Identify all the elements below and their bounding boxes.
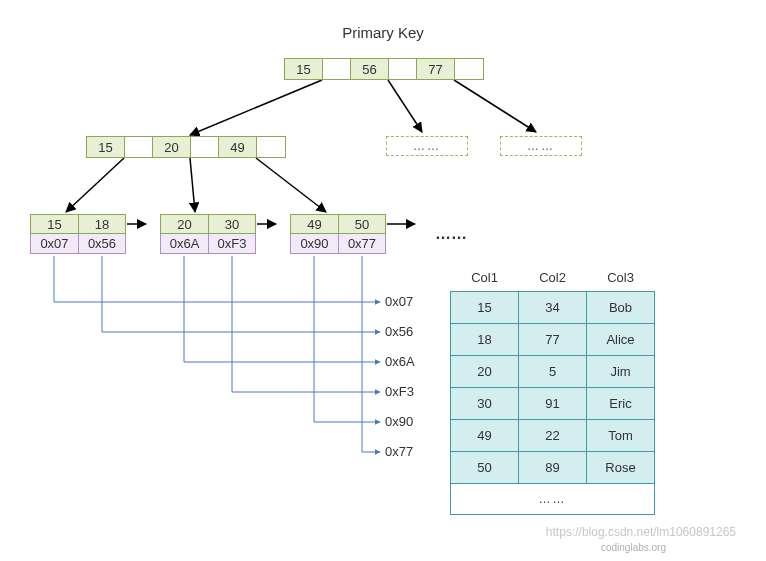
table-footer-ellipsis: …… [451,484,655,515]
cell: Alice [587,324,655,356]
root-blank [389,59,417,79]
leaf-pointer: 0x07 [30,234,78,254]
table-row: 20 5 Jim [451,356,655,388]
root-key-1: 56 [351,59,389,79]
svg-line-3 [66,158,124,212]
leaf-pointer: 0x90 [290,234,338,254]
leaf-key: 49 [290,214,338,234]
address-label: 0x77 [385,444,413,459]
col-header: Col3 [587,264,655,292]
leaf-key: 50 [338,214,386,234]
address-label: 0x56 [385,324,413,339]
cell: 49 [451,420,519,452]
cell: 30 [451,388,519,420]
root-node: 15 56 77 [284,58,484,80]
svg-line-4 [190,158,195,212]
cell: Jim [587,356,655,388]
cell: 34 [519,292,587,324]
root-blank [323,59,351,79]
internal-blank [125,137,153,157]
cell: 91 [519,388,587,420]
svg-line-0 [190,80,322,135]
cell: 22 [519,420,587,452]
cell: Eric [587,388,655,420]
address-label: 0xF3 [385,384,414,399]
root-key-2: 77 [417,59,455,79]
leaf-pointer: 0xF3 [208,234,256,254]
col-header: Col1 [451,264,519,292]
leaf-pointer: 0x77 [338,234,386,254]
leaf-node-0: 15 18 0x07 0x56 [30,214,126,254]
leaf-pointer: 0x56 [78,234,126,254]
address-label: 0x90 [385,414,413,429]
cell: 89 [519,452,587,484]
cell: 77 [519,324,587,356]
internal-key: 15 [87,137,125,157]
leaf-key: 20 [160,214,208,234]
table-row: 15 34 Bob [451,292,655,324]
cell: 50 [451,452,519,484]
table-row: 18 77 Alice [451,324,655,356]
cell: 18 [451,324,519,356]
internal-node-placeholder: …… [500,136,582,156]
data-table: Col1 Col2 Col3 15 34 Bob 18 77 Alice 20 … [450,264,655,515]
svg-line-5 [256,158,326,212]
address-label: 0x07 [385,294,413,309]
watermark-small: codinglabs.org [601,542,666,553]
leaf-pointer: 0x6A [160,234,208,254]
internal-blank [191,137,219,157]
internal-node-placeholder: …… [386,136,468,156]
svg-line-1 [388,80,422,132]
leaf-key: 15 [30,214,78,234]
internal-node-0: 15 20 49 [86,136,286,158]
cell: 20 [451,356,519,388]
table-row: 49 22 Tom [451,420,655,452]
table-row: 30 91 Eric [451,388,655,420]
cell: 5 [519,356,587,388]
col-header: Col2 [519,264,587,292]
cell: Rose [587,452,655,484]
cell: Tom [587,420,655,452]
address-label: 0x6A [385,354,415,369]
footer-cell: …… [451,484,655,515]
internal-blank [257,137,285,157]
leaf-ellipsis: …… [435,225,467,243]
leaf-node-2: 49 50 0x90 0x77 [290,214,386,254]
watermark: https://blog.csdn.net/lm1060891265 [546,525,736,539]
root-blank [455,59,483,79]
leaf-key: 18 [78,214,126,234]
diagram-title: Primary Key [0,24,766,41]
internal-key: 49 [219,137,257,157]
cell: 15 [451,292,519,324]
leaf-key: 30 [208,214,256,234]
table-row: 50 89 Rose [451,452,655,484]
table-header-row: Col1 Col2 Col3 [451,264,655,292]
root-key-0: 15 [285,59,323,79]
internal-key: 20 [153,137,191,157]
cell: Bob [587,292,655,324]
svg-line-2 [454,80,536,132]
leaf-node-1: 20 30 0x6A 0xF3 [160,214,256,254]
